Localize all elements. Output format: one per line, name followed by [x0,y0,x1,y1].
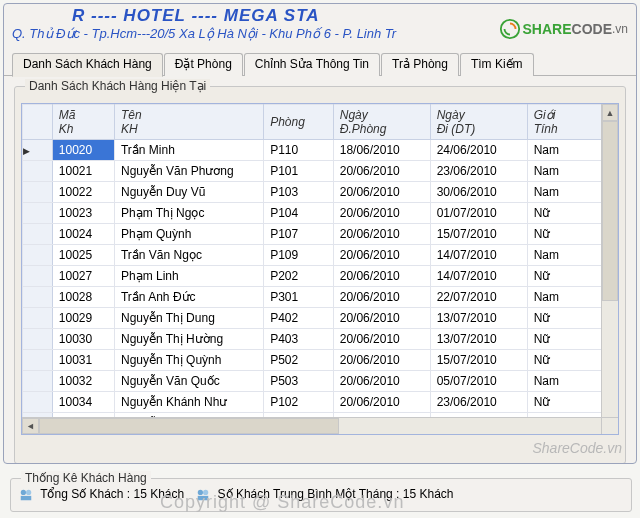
cell-ngaydp[interactable]: 20/06/2010 [333,371,430,392]
row-header[interactable]: ▶ [23,140,53,161]
tab-3[interactable]: Trả Phòng [381,53,459,76]
cell-phong[interactable]: P402 [264,308,334,329]
column-header[interactable]: TênKH [114,105,263,140]
cell-ma[interactable]: 10021 [52,161,114,182]
cell-ngaydp[interactable]: 20/06/2010 [333,329,430,350]
cell-ngaydi[interactable]: 22/07/2010 [430,287,527,308]
cell-ngaydp[interactable]: 20/06/2010 [333,161,430,182]
cell-ngaydi[interactable]: 13/07/2010 [430,329,527,350]
row-header[interactable] [23,224,53,245]
cell-gt[interactable]: Nam [527,161,602,182]
cell-ten[interactable]: Trần Minh [114,140,263,161]
column-header[interactable]: NgàyĐ.Phòng [333,105,430,140]
cell-ten[interactable]: Phạm Linh [114,266,263,287]
tab-0[interactable]: Danh Sách Khách Hàng [12,53,163,77]
cell-ma[interactable]: 10028 [52,287,114,308]
cell-ten[interactable]: Nguyễn Thị Dung [114,308,263,329]
cell-ngaydp[interactable]: 20/06/2010 [333,308,430,329]
cell-ngaydi[interactable]: 24/06/2010 [430,140,527,161]
cell-ten[interactable]: Nguyễn Thị Hường [114,329,263,350]
cell-ngaydp[interactable]: 18/06/2010 [333,140,430,161]
cell-ten[interactable]: Phạm Thị Ngọc [114,203,263,224]
cell-phong[interactable]: P202 [264,266,334,287]
cell-gt[interactable]: Nam [527,245,602,266]
cell-ten[interactable]: Phạm Quỳnh [114,224,263,245]
cell-phong[interactable]: P104 [264,203,334,224]
cell-ngaydi[interactable]: 23/06/2010 [430,392,527,413]
cell-phong[interactable]: P103 [264,182,334,203]
row-header[interactable] [23,182,53,203]
cell-ma[interactable]: 10031 [52,350,114,371]
cell-phong[interactable]: P502 [264,350,334,371]
cell-phong[interactable]: P102 [264,392,334,413]
column-header[interactable]: GiớiTính [527,105,602,140]
cell-ma[interactable]: 10025 [52,245,114,266]
customers-grid[interactable]: MãKhTênKHPhòngNgàyĐ.PhòngNgàyĐi (DT)Giới… [21,103,619,435]
table-row[interactable]: 10021Nguyễn Văn PhươngP10120/06/201023/0… [23,161,620,182]
column-header[interactable]: MãKh [52,105,114,140]
table-row[interactable]: 10022Nguyễn Duy VũP10320/06/201030/06/20… [23,182,620,203]
row-header[interactable] [23,287,53,308]
cell-ma[interactable]: 10032 [52,371,114,392]
cell-ten[interactable]: Nguyễn Văn Quốc [114,371,263,392]
tab-1[interactable]: Đặt Phòng [164,53,243,76]
cell-gt[interactable]: Nam [527,182,602,203]
cell-gt[interactable]: Nữ [527,350,602,371]
column-header[interactable]: NgàyĐi (DT) [430,105,527,140]
cell-phong[interactable]: P107 [264,224,334,245]
row-header[interactable] [23,329,53,350]
row-header[interactable] [23,392,53,413]
cell-ngaydp[interactable]: 20/06/2010 [333,245,430,266]
table-row[interactable]: 10024Phạm QuỳnhP10720/06/201015/07/2010N… [23,224,620,245]
cell-ngaydp[interactable]: 20/06/2010 [333,350,430,371]
cell-ngaydi[interactable]: 14/07/2010 [430,245,527,266]
table-row[interactable]: 10032Nguyễn Văn QuốcP50320/06/201005/07/… [23,371,620,392]
vertical-scrollbar[interactable]: ▲ [601,104,618,417]
cell-ma[interactable]: 10023 [52,203,114,224]
cell-ngaydi[interactable]: 30/06/2010 [430,182,527,203]
cell-phong[interactable]: P101 [264,161,334,182]
tab-2[interactable]: Chỉnh Sửa Thông Tin [244,53,380,76]
cell-gt[interactable]: Nữ [527,203,602,224]
cell-ten[interactable]: Trần Văn Ngọc [114,245,263,266]
scroll-up-button[interactable]: ▲ [602,104,618,121]
row-header[interactable] [23,245,53,266]
column-header[interactable]: Phòng [264,105,334,140]
cell-phong[interactable]: P110 [264,140,334,161]
cell-phong[interactable]: P301 [264,287,334,308]
scroll-thumb-vertical[interactable] [602,121,618,301]
cell-gt[interactable]: Nữ [527,329,602,350]
row-header[interactable] [23,308,53,329]
table-row[interactable]: 10023Phạm Thị NgọcP10420/06/201001/07/20… [23,203,620,224]
cell-phong[interactable]: P503 [264,371,334,392]
cell-gt[interactable]: Nữ [527,308,602,329]
cell-ma[interactable]: 10029 [52,308,114,329]
cell-ma[interactable]: 10030 [52,329,114,350]
cell-ma[interactable]: 10034 [52,392,114,413]
cell-ten[interactable]: Nguyễn Khánh Như [114,392,263,413]
table-row[interactable]: 10031Nguyễn Thị QuỳnhP50220/06/201015/07… [23,350,620,371]
cell-phong[interactable]: P109 [264,245,334,266]
table-row[interactable]: 10027Phạm LinhP20220/06/201014/07/2010Nữ… [23,266,620,287]
cell-gt[interactable]: Nữ [527,224,602,245]
tab-4[interactable]: Tìm Kiếm [460,53,534,76]
cell-ten[interactable]: Nguyễn Văn Phương [114,161,263,182]
table-row[interactable]: ▶10020Trần MinhP11018/06/201024/06/2010N… [23,140,620,161]
cell-ngaydi[interactable]: 14/07/2010 [430,266,527,287]
cell-ngaydp[interactable]: 20/06/2010 [333,203,430,224]
row-header[interactable] [23,266,53,287]
cell-ngaydi[interactable]: 01/07/2010 [430,203,527,224]
cell-ten[interactable]: Nguyễn Thị Quỳnh [114,350,263,371]
cell-ma[interactable]: 10020 [52,140,114,161]
cell-ngaydi[interactable]: 15/07/2010 [430,350,527,371]
horizontal-scrollbar[interactable]: ◄ [22,417,601,434]
cell-ma[interactable]: 10027 [52,266,114,287]
cell-ngaydi[interactable]: 13/07/2010 [430,308,527,329]
cell-phong[interactable]: P403 [264,329,334,350]
cell-ten[interactable]: Nguyễn Duy Vũ [114,182,263,203]
cell-ngaydi[interactable]: 23/06/2010 [430,161,527,182]
cell-gt[interactable]: Nam [527,287,602,308]
cell-ten[interactable]: Trần Anh Đức [114,287,263,308]
table-row[interactable]: 10034Nguyễn Khánh NhưP10220/06/201023/06… [23,392,620,413]
cell-ngaydi[interactable]: 15/07/2010 [430,224,527,245]
